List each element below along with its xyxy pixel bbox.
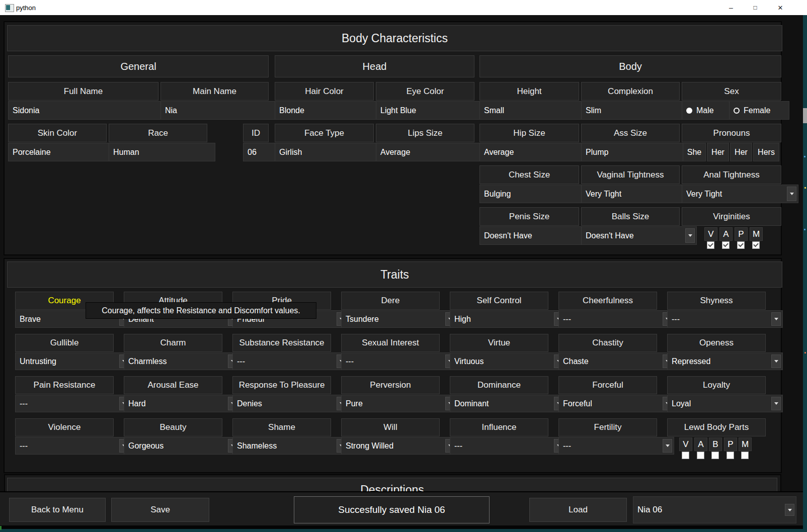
trait-label-shame: Shame <box>232 418 331 436</box>
section-title-body-characteristics: Body Characteristics <box>7 25 782 51</box>
sex-radio-female[interactable]: Female <box>729 101 789 120</box>
hair-color-input[interactable]: Blonde <box>275 101 382 120</box>
chevron-down-icon <box>685 228 695 243</box>
background-strip-bottom <box>0 529 807 532</box>
balls-size-dropdown[interactable]: Doesn't Have <box>581 226 697 245</box>
trait-label-openess: Openess <box>667 334 766 352</box>
id-label: ID <box>243 124 269 142</box>
pronoun-field-3[interactable]: Hers <box>753 143 779 161</box>
skin-color-input[interactable]: Porcelaine <box>8 143 115 161</box>
trait-value-openess: Repressed <box>672 357 710 366</box>
trait-dropdown-virtue[interactable]: Virtuous <box>450 352 566 370</box>
id-input[interactable]: 06 <box>243 143 277 161</box>
trait-dropdown-response-to-pleasure[interactable]: Denies <box>232 395 348 412</box>
trait-dropdown-arousal-ease[interactable]: Hard <box>124 395 239 412</box>
trait-dropdown-openess[interactable]: Repressed <box>667 352 783 370</box>
trait-value-perversion: Pure <box>346 399 363 408</box>
trait-dropdown-substance-resistance[interactable]: --- <box>232 352 348 370</box>
trait-label-sexual-interest: Sexual Interest <box>341 334 440 352</box>
trait-label-loyalty: Loyalty <box>667 376 766 394</box>
python-app-icon <box>5 4 14 12</box>
lewd-checkbox-m[interactable] <box>741 452 749 459</box>
virginity-checkbox-m[interactable] <box>752 241 760 249</box>
trait-label-virtue: Virtue <box>450 334 548 352</box>
trait-dropdown-fertility[interactable]: --- <box>558 437 674 455</box>
vaginal-tightness-dropdown[interactable]: Very Tight <box>581 185 697 203</box>
section-title-traits: Traits <box>7 261 782 288</box>
sex-radio-male[interactable]: Male <box>682 101 735 120</box>
trait-value-arousal-ease: Hard <box>128 399 146 408</box>
chevron-down-icon <box>771 397 781 410</box>
hip-size-dropdown[interactable]: Average <box>479 143 596 161</box>
complexion-dropdown[interactable]: Slim <box>581 101 697 120</box>
trait-dropdown-violence[interactable]: --- <box>15 437 131 455</box>
trait-dropdown-sexual-interest[interactable]: --- <box>341 352 457 370</box>
anal-tightness-dropdown[interactable]: Very Tight <box>682 185 798 203</box>
trait-dropdown-self-control[interactable]: High <box>450 310 566 328</box>
trait-dropdown-forceful[interactable]: Forceful <box>558 395 674 412</box>
lewd-checkbox-p[interactable] <box>727 452 734 459</box>
virginity-checkbox-v[interactable] <box>707 241 714 249</box>
main-name-input[interactable]: Nia <box>160 101 277 120</box>
trait-dropdown-influence[interactable]: --- <box>450 437 566 455</box>
trait-label-lewd-body-parts: Lewd Body Parts <box>667 418 766 436</box>
virginities-label: Virginities <box>682 207 781 226</box>
trait-dropdown-will[interactable]: Strong Willed <box>341 437 457 455</box>
trait-value-violence: --- <box>20 441 28 451</box>
save-slot-dropdown[interactable]: Nia 06 <box>633 496 796 523</box>
trait-dropdown-chastity[interactable]: Chaste <box>558 352 674 370</box>
minimize-icon[interactable]: – <box>719 0 743 15</box>
trait-dropdown-loyalty[interactable]: Loyal <box>667 395 783 412</box>
trait-dropdown-perversion[interactable]: Pure <box>341 395 457 412</box>
trait-dropdown-charm[interactable]: Charmless <box>124 352 239 370</box>
race-input[interactable]: Human <box>109 143 215 161</box>
back-to-menu-button[interactable]: Back to Menu <box>9 498 106 522</box>
trait-label-influence: Influence <box>450 418 548 436</box>
penis-size-dropdown[interactable]: Doesn't Have <box>479 226 596 245</box>
trait-label-self-control: Self Control <box>450 292 548 310</box>
virginity-checkbox-p[interactable] <box>737 241 745 249</box>
trait-dropdown-pain-resistance[interactable]: --- <box>15 395 131 412</box>
chest-size-dropdown[interactable]: Bulging <box>479 185 596 203</box>
section-header-head: Head <box>275 55 474 77</box>
ass-size-value: Plump <box>586 148 608 157</box>
lewd-letter-m: M <box>739 437 752 451</box>
vaginal-tightness-value: Very Tight <box>586 190 621 199</box>
hip-size-label: Hip Size <box>479 124 579 142</box>
trait-dropdown-dominance[interactable]: Dominant <box>450 395 566 412</box>
trait-value-chastity: Chaste <box>563 357 589 366</box>
virginity-checkbox-a[interactable] <box>722 241 730 249</box>
height-dropdown[interactable]: Small <box>479 101 596 120</box>
trait-dropdown-beauty[interactable]: Gorgeous <box>124 437 239 455</box>
background-speck <box>804 229 805 230</box>
trait-dropdown-gullible[interactable]: Untrusting <box>15 352 131 370</box>
lips-size-dropdown[interactable]: Average <box>376 143 492 161</box>
face-type-dropdown[interactable]: Girlish <box>275 143 391 161</box>
trait-dropdown-cheerfulness[interactable]: --- <box>558 310 674 328</box>
ass-size-dropdown[interactable]: Plump <box>581 143 697 161</box>
background-strip-right <box>803 15 807 532</box>
pronoun-field-1[interactable]: Her <box>707 143 729 161</box>
pronoun-field-0[interactable]: She <box>683 143 706 161</box>
complexion-label: Complexion <box>581 82 680 101</box>
pronoun-field-2[interactable]: Her <box>730 143 752 161</box>
trait-label-shyness: Shyness <box>667 292 766 310</box>
lewd-letter-b: B <box>709 437 722 451</box>
trait-dropdown-shyness[interactable]: --- <box>667 310 783 328</box>
close-icon[interactable]: ✕ <box>768 0 793 15</box>
application-window: python – □ ✕ Body Characteristics Genera… <box>0 0 807 532</box>
virginity-letter-m: M <box>750 227 763 241</box>
save-button[interactable]: Save <box>111 498 209 522</box>
anal-tightness-label: Anal Tightness <box>682 165 781 184</box>
maximize-icon[interactable]: □ <box>744 0 767 15</box>
full-name-input[interactable]: Sidonia <box>8 101 167 120</box>
trait-dropdown-dere[interactable]: Tsundere <box>341 310 457 328</box>
trait-dropdown-shame[interactable]: Shameless <box>232 437 348 455</box>
load-button[interactable]: Load <box>529 498 627 522</box>
scrollbar-thumb[interactable] <box>803 108 807 123</box>
virginity-letter-a: A <box>719 227 733 241</box>
lewd-checkbox-v[interactable] <box>682 452 689 459</box>
eye-color-input[interactable]: Light Blue <box>376 101 482 120</box>
lewd-checkbox-a[interactable] <box>697 452 704 459</box>
lewd-checkbox-b[interactable] <box>711 452 719 459</box>
